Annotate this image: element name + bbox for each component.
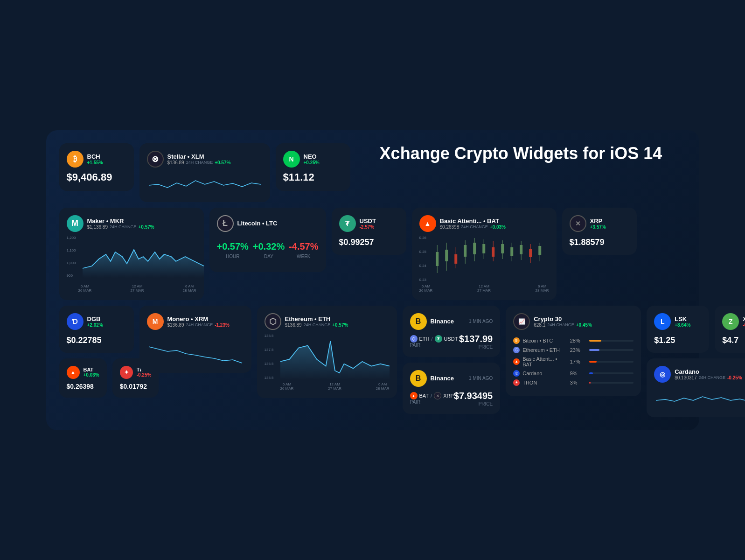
ltc-week-label: WEEK [289,254,318,259]
lsk-name: LSK [675,315,690,322]
binance-bat-pair2-icon: ✕ [434,392,441,399]
eth-icon: ⬡ [265,313,281,330]
binance-eth-time: 1 MIN AGO [469,319,493,324]
neo-price: $11.12 [283,171,343,183]
cardano-icon: ◎ [654,366,671,383]
svg-marker-25 [280,341,390,379]
xrp-name: XRP [590,217,606,224]
svg-marker-0 [83,250,204,278]
ltc-widget: Ł Litecoin • LTC +0.57% HOUR +0.32% DAY … [209,208,326,272]
binance-eth-icon: B [410,313,427,330]
crypto30-icon: 📈 [513,313,530,330]
monero-price: $136.89 [167,322,184,328]
eth-name: Ethereum • ETH [285,315,348,322]
bat-x1: 6 AM26 MAR [419,284,433,293]
svg-rect-4 [445,250,448,261]
binance-bat-pair-label: PAIR [410,399,454,405]
ada-mini-icon: ◎ [513,370,520,377]
binance-eth-price-label: PRICE [459,344,493,350]
maker-widget: M Maker • MKR $1,136.89 24H CHANGE +0.57… [59,208,204,300]
maker-change: +0.57% [139,224,154,230]
svg-rect-24 [538,246,541,255]
ltc-week-pct: -4.57% [289,241,318,252]
bch-widget: ₿ BCH +1.55% $9,406.89 [59,143,134,191]
crypto30-name: Crypto 30 [534,315,592,322]
eth-x2: 12 AM27 MAR [328,382,341,391]
monero-chart [147,337,244,365]
ltc-icon: Ł [217,215,234,232]
cardano-widget: ◎ Cardano $0.130317 24H CHANGE -0.25% [647,358,745,417]
lsk-change: +8.64% [675,322,690,328]
stellar-change: +0.57% [215,160,230,165]
neo-change: +0.25% [304,160,320,165]
xrp-change: +3.57% [590,224,606,230]
binance-bat-price-label: PRICE [454,401,493,406]
trx-mini-icon: ✦ [513,379,520,386]
eth-widget: ⬡ Ethereum • ETH $136.89 24H CHANGE +0.5… [257,306,397,398]
maker-x1: 6 AM26 MAR [78,284,92,293]
svg-rect-6 [454,254,457,264]
xzc-change: -0.21% [743,322,745,328]
crypto30-widget: 📈 Crypto 30 628.1 24H CHANGE +0.45% ₿ Bi… [506,306,641,396]
stellar-widget: ⊗ Stellar • XLM $136.89 24H CHANGE +0.57… [139,143,270,202]
neo-icon: N [283,151,300,168]
monero-name: Monero • XRM [167,315,230,322]
bat-x2: 12 AM27 MAR [477,284,491,293]
cardano-chart [654,386,745,410]
ltc-day-pct: +0.32% [253,241,285,252]
binance-eth-pair1: ETH [419,336,430,342]
binance-eth-price: $137.99 [459,334,493,344]
binance-eth-pair2: USDT [444,336,458,342]
bat-top-change: +0.03% [490,224,506,230]
crypto30-btc: ₿ Bitcoin • BTC 28% [513,337,634,344]
hero-title: Xchange Crypto Widgets for iOS 14 [380,143,662,163]
bat-bottom-change: +0.03% [84,372,99,378]
maker-x2: 12 AM27 MAR [131,284,144,293]
bat-y1: 0.26 [419,236,427,240]
ltc-hour-pct: +0.57% [217,241,249,252]
usdt-price: $0.99257 [339,238,399,247]
maker-icon: M [67,215,84,232]
binance-eth-name: Binance [431,318,454,325]
stellar-price: $136.89 [167,160,184,165]
usdt-change: -2.57% [360,224,376,230]
xzc-icon: Z [722,313,739,330]
crypto30-value: 628.1 [534,322,545,328]
lsk-price: $1.25 [654,336,702,345]
dgb-icon: Ɗ [67,313,84,330]
stellar-change-label: 24H CHANGE [186,160,213,165]
eth-mini-icon: ⬡ [513,347,520,353]
stellar-name: Stellar • XLM [167,153,231,160]
dgb-widget: Ɗ DGB +2.02% $0.22785 [59,306,134,353]
cardano-name: Cardano [675,368,742,375]
usdt-name: USDT [360,217,376,224]
xrp-widget: ✕ XRP +3.57% $1.88579 [562,208,637,255]
bch-icon: ₿ [67,151,84,168]
svg-rect-22 [529,249,532,257]
binance-bat-icon: B [410,370,427,387]
ltc-hour-label: HOUR [217,254,249,259]
maker-change-label: 24H CHANGE [110,224,137,229]
crypto30-change-label: 24H CHANGE [547,322,574,327]
dgb-price: $0.22785 [67,336,126,345]
cardano-change-label: 24H CHANGE [698,375,725,380]
binance-bat-pair1: BAT [419,393,429,399]
eth-chart [280,334,390,380]
maker-chart [78,236,208,278]
crypto30-bat: ▲ Basic Attent... • BAT 17% [513,356,634,367]
binance-eth-pair-label: PAIR [410,343,458,348]
tron-icon: ✦ [120,366,133,379]
crypto30-list: ₿ Bitcoin • BTC 28% ⬡ Ethereum • ETH 23%… [513,337,634,389]
bat-x3: 6 AM28 MAR [536,284,549,293]
eth-change: +0.57% [332,322,348,328]
ltc-name: Litecoin • LTC [237,220,278,227]
eth-y4: 135.5 [265,376,279,380]
xzc-price: $4.7 [722,336,745,345]
bat-top-change-label: 24H CHANGE [461,224,488,229]
bat-mini-icon: ▲ [513,358,520,365]
usdt-icon: ₮ [339,215,356,232]
binance-eth-pair1-icon: ⬡ [410,335,418,343]
binance-bat-pair2: XRP [443,393,454,399]
dgb-change: +2.02% [87,322,103,328]
dashboard: ₿ BCH +1.55% $9,406.89 ⊗ Stellar • XLM $… [46,130,699,430]
